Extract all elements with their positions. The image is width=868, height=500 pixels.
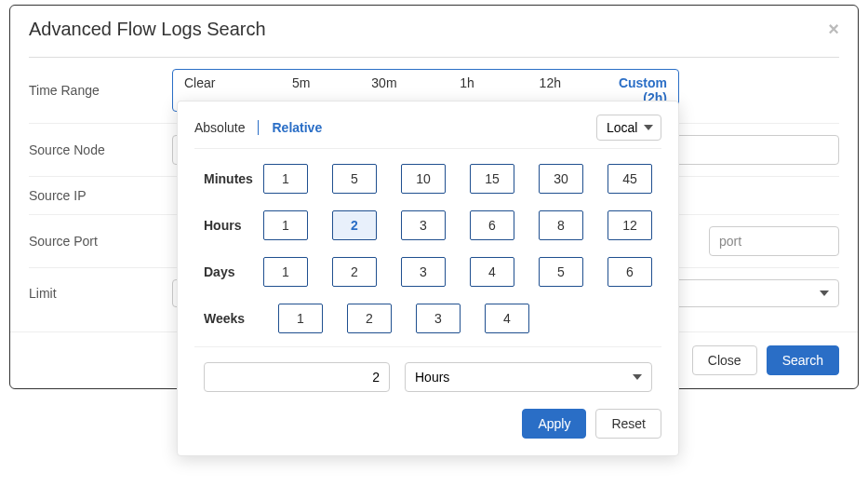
weeks-1[interactable]: 1 <box>278 304 323 333</box>
hours-12[interactable]: 12 <box>608 210 652 240</box>
minutes-10[interactable]: 10 <box>401 164 446 194</box>
minutes-1[interactable]: 1 <box>263 164 308 194</box>
label-source-port: Source Port <box>29 234 172 249</box>
label-minutes: Minutes <box>204 171 263 186</box>
weeks-4[interactable]: 4 <box>485 304 529 333</box>
weeks-3[interactable]: 3 <box>416 304 461 333</box>
days-3[interactable]: 3 <box>401 257 446 287</box>
label-hours: Hours <box>204 218 263 233</box>
apply-button[interactable]: Apply <box>522 409 586 439</box>
row-days: Days 1 2 3 4 5 6 <box>204 257 652 287</box>
row-minutes: Minutes 1 5 10 15 30 45 <box>204 164 652 194</box>
label-time-range: Time Range <box>29 83 172 98</box>
reset-button[interactable]: Reset <box>595 409 661 439</box>
hours-1[interactable]: 1 <box>263 210 308 240</box>
hours-2[interactable]: 2 <box>332 210 377 240</box>
tab-group: Absolute Relative <box>194 120 322 135</box>
days-2[interactable]: 2 <box>332 257 377 287</box>
tab-relative[interactable]: Relative <box>272 120 322 135</box>
close-icon[interactable]: × <box>828 19 839 40</box>
days-5[interactable]: 5 <box>539 257 583 287</box>
custom-input-row: Hours <box>194 346 661 392</box>
label-weeks: Weeks <box>204 311 278 326</box>
row-hours: Hours 1 2 3 6 8 12 <box>204 210 652 240</box>
hours-3[interactable]: 3 <box>401 210 446 240</box>
label-limit: Limit <box>29 286 172 301</box>
days-1[interactable]: 1 <box>263 257 308 287</box>
minutes-45[interactable]: 45 <box>608 164 652 194</box>
time-range-popover: Absolute Relative Local Minutes 1 5 10 1… <box>177 101 679 456</box>
custom-value-input[interactable] <box>204 362 390 392</box>
source-port-input[interactable] <box>709 226 839 256</box>
tab-absolute[interactable]: Absolute <box>194 120 245 135</box>
close-button[interactable]: Close <box>692 345 757 375</box>
weeks-2[interactable]: 2 <box>347 304 392 333</box>
search-button[interactable]: Search <box>767 345 839 375</box>
label-source-node: Source Node <box>29 142 172 157</box>
popover-footer: Apply Reset <box>194 409 661 439</box>
label-days: Days <box>204 264 263 279</box>
popover-header: Absolute Relative Local <box>194 115 661 149</box>
hours-6[interactable]: 6 <box>470 210 514 240</box>
minutes-30[interactable]: 30 <box>539 164 583 194</box>
modal-header: Advanced Flow Logs Search × <box>10 6 858 53</box>
row-weeks: Weeks 1 2 3 4 <box>204 304 652 333</box>
minutes-5[interactable]: 5 <box>332 164 377 194</box>
days-4[interactable]: 4 <box>470 257 514 287</box>
label-source-ip: Source IP <box>29 188 172 203</box>
custom-unit-select[interactable]: Hours <box>405 362 652 392</box>
modal-title: Advanced Flow Logs Search <box>29 19 266 40</box>
tab-separator <box>258 120 259 135</box>
minutes-15[interactable]: 15 <box>470 164 514 194</box>
relative-grid: Minutes 1 5 10 15 30 45 Hours 1 2 3 6 8 … <box>194 164 661 333</box>
days-6[interactable]: 6 <box>608 257 652 287</box>
hours-8[interactable]: 8 <box>539 210 583 240</box>
timezone-select[interactable]: Local <box>596 115 661 141</box>
